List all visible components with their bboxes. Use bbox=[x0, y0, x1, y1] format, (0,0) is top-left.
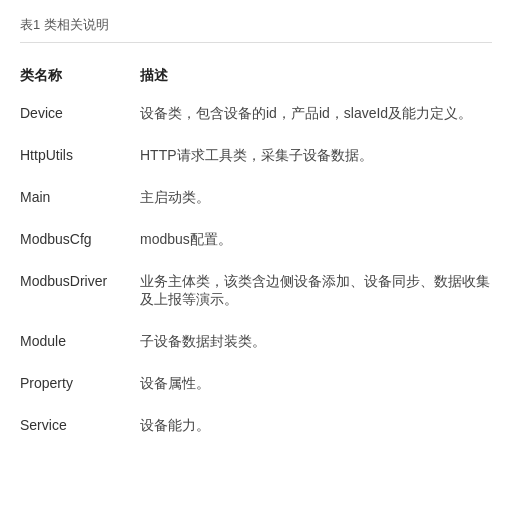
table-row: Device设备类，包含设备的id，产品id，slaveId及能力定义。 bbox=[20, 93, 492, 135]
class-name: Module bbox=[20, 321, 140, 363]
table-row: Property设备属性。 bbox=[20, 363, 492, 405]
class-table: 类名称 描述 Device设备类，包含设备的id，产品id，slaveId及能力… bbox=[20, 59, 492, 447]
class-description: 子设备数据封装类。 bbox=[140, 321, 492, 363]
class-description: 设备类，包含设备的id，产品id，slaveId及能力定义。 bbox=[140, 93, 492, 135]
class-description: modbus配置。 bbox=[140, 219, 492, 261]
class-name: Service bbox=[20, 405, 140, 447]
class-description: HTTP请求工具类，采集子设备数据。 bbox=[140, 135, 492, 177]
table-row: HttpUtilsHTTP请求工具类，采集子设备数据。 bbox=[20, 135, 492, 177]
class-name: ModbusCfg bbox=[20, 219, 140, 261]
class-name: HttpUtils bbox=[20, 135, 140, 177]
col-header-name: 类名称 bbox=[20, 59, 140, 93]
class-name: Device bbox=[20, 93, 140, 135]
class-description: 主启动类。 bbox=[140, 177, 492, 219]
class-name: Property bbox=[20, 363, 140, 405]
class-description: 设备能力。 bbox=[140, 405, 492, 447]
class-name: ModbusDriver bbox=[20, 261, 140, 321]
table-row: Main主启动类。 bbox=[20, 177, 492, 219]
class-description: 业务主体类，该类含边侧设备添加、设备同步、数据收集及上报等演示。 bbox=[140, 261, 492, 321]
class-description: 设备属性。 bbox=[140, 363, 492, 405]
class-name: Main bbox=[20, 177, 140, 219]
table-caption: 表1 类相关说明 bbox=[20, 16, 492, 43]
table-row: ModbusDriver业务主体类，该类含边侧设备添加、设备同步、数据收集及上报… bbox=[20, 261, 492, 321]
table-row: Service设备能力。 bbox=[20, 405, 492, 447]
col-header-desc: 描述 bbox=[140, 59, 492, 93]
table-row: ModbusCfgmodbus配置。 bbox=[20, 219, 492, 261]
table-row: Module子设备数据封装类。 bbox=[20, 321, 492, 363]
